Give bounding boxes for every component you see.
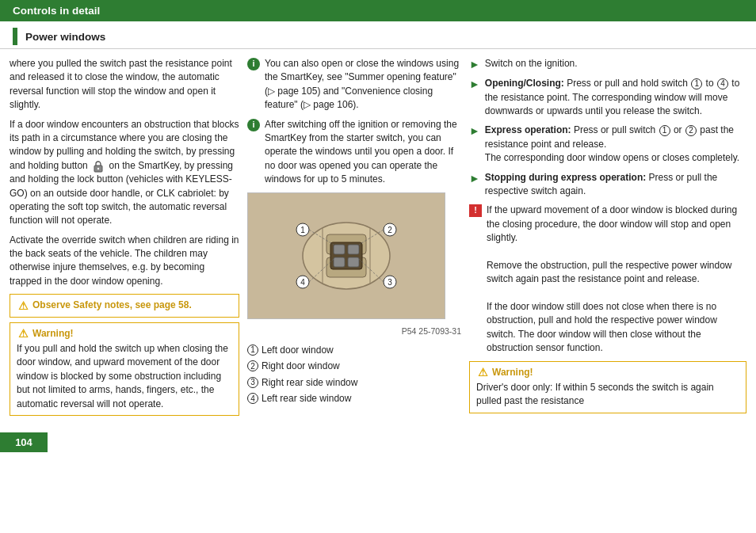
info-text-3: If the upward movement of a door window … bbox=[487, 204, 746, 355]
window-label-text-3: Right rear side window bbox=[262, 375, 357, 390]
info-text-1: You can also open or close the windows u… bbox=[265, 57, 461, 112]
info3-text: If the upward movement of a door window … bbox=[487, 204, 737, 243]
bullet-express: ► Express operation: Press or pull switc… bbox=[469, 124, 746, 165]
car-image-area: 1 2 3 4 bbox=[247, 192, 445, 319]
bullet-stopping-text: Stopping during express operation: Press… bbox=[485, 171, 746, 199]
header-title: Controls in detail bbox=[13, 5, 100, 17]
cn-2: 2 bbox=[685, 125, 697, 136]
car-image-placeholder: 1 2 3 4 bbox=[248, 193, 445, 318]
warning-triangle-icon-right: ⚠ bbox=[476, 366, 489, 379]
warning-triangle-icon: ⚠ bbox=[17, 327, 29, 340]
num-circle-3: 3 bbox=[247, 377, 258, 388]
section-title-row: Power windows bbox=[0, 21, 756, 49]
section-title-bar bbox=[13, 28, 17, 45]
svg-text:3: 3 bbox=[388, 278, 392, 287]
col-mid: i You can also open or close the windows… bbox=[247, 57, 461, 413]
info-text-2: After switching off the ignition or remo… bbox=[265, 118, 461, 187]
page-number: 104 bbox=[0, 432, 48, 452]
warning-box-left: ⚠ Warning! If you pull and hold the swit… bbox=[10, 322, 239, 416]
img-caption: P54 25-7093-31 bbox=[247, 326, 461, 337]
svg-rect-11 bbox=[334, 257, 345, 267]
header-bar: Controls in detail bbox=[0, 0, 756, 21]
warning-text-left: If you pull and hold the switch up when … bbox=[17, 343, 228, 409]
bullet-express-text: Express operation: Press or pull switch … bbox=[485, 124, 746, 165]
arrow-icon-1: ► bbox=[469, 57, 480, 71]
bullet-opening-closing-text: Opening/Closing: Press or pull and hold … bbox=[485, 77, 746, 118]
info-block-3: ! If the upward movement of a door windo… bbox=[469, 204, 746, 355]
left-para3: Activate the override switch when childr… bbox=[10, 234, 239, 289]
warning-title-left: ⚠ Warning! bbox=[17, 327, 232, 341]
car-diagram-svg: 1 2 3 4 bbox=[251, 196, 441, 315]
lock-icon bbox=[92, 160, 105, 173]
observe-title: ⚠ Observe Safety notes, see page 58. bbox=[17, 299, 232, 312]
exclaim-icon: ! bbox=[469, 204, 482, 217]
warning-text-right: Driver's door only: If within 5 seconds … bbox=[476, 382, 714, 406]
info3c-text: If the door window still does not close … bbox=[487, 301, 717, 353]
window-label-3: 3 Right rear side window bbox=[247, 375, 461, 390]
svg-text:1: 1 bbox=[300, 226, 305, 234]
svg-rect-9 bbox=[334, 245, 345, 254]
svg-text:2: 2 bbox=[388, 226, 392, 234]
info3b-text: Remove the obstruction, pull the respect… bbox=[487, 260, 732, 284]
arrow-icon-2: ► bbox=[469, 77, 480, 91]
opening-closing-title: Opening/Closing: bbox=[485, 78, 564, 89]
observe-title-text: Observe Safety notes, see page 58. bbox=[32, 299, 192, 312]
arrow-icon-4: ► bbox=[469, 171, 480, 185]
cn-1: 1 bbox=[691, 78, 702, 89]
num-circle-2: 2 bbox=[247, 360, 258, 371]
warning-title-right: ⚠ Warning! bbox=[476, 366, 739, 379]
cn-4: 4 bbox=[717, 78, 728, 89]
info-icon-2: i bbox=[247, 119, 260, 131]
cn-1b: 1 bbox=[659, 125, 670, 136]
bullet-opening-closing: ► Opening/Closing: Press or pull and hol… bbox=[469, 77, 746, 118]
window-label-text-1: Left door window bbox=[262, 342, 334, 358]
col-left: where you pulled the switch past the res… bbox=[10, 57, 239, 421]
warning-label-right: Warning! bbox=[492, 366, 533, 379]
footer-row: 104 bbox=[0, 432, 756, 452]
window-label-4: 4 Left rear side window bbox=[247, 390, 461, 406]
triangle-warn-icon: ⚠ bbox=[17, 299, 29, 312]
window-labels: 1 Left door window 2 Right door window 3… bbox=[247, 342, 461, 407]
arrow-icon-3: ► bbox=[469, 124, 480, 138]
svg-point-1 bbox=[97, 167, 99, 169]
warning-label-left: Warning! bbox=[32, 327, 74, 341]
info-block-1: i You can also open or close the windows… bbox=[247, 57, 461, 112]
bullet-ignition: ► Switch on the ignition. bbox=[469, 57, 746, 71]
main-content: where you pulled the switch past the res… bbox=[0, 49, 756, 429]
left-para1: where you pulled the switch past the res… bbox=[10, 57, 239, 112]
info-icon-1: i bbox=[247, 58, 260, 70]
svg-rect-12 bbox=[348, 257, 359, 267]
col-right: ► Switch on the ignition. ► Opening/Clos… bbox=[469, 57, 746, 413]
warning-box-right: ⚠ Warning! Driver's door only: If within… bbox=[469, 361, 746, 413]
window-label-text-2: Right door window bbox=[262, 358, 340, 374]
left-para2: If a door window encounters an obstructi… bbox=[10, 118, 239, 228]
bullet-ignition-text: Switch on the ignition. bbox=[485, 57, 746, 70]
observe-box: ⚠ Observe Safety notes, see page 58. bbox=[10, 294, 239, 317]
info-block-2: i After switching off the ignition or re… bbox=[247, 118, 461, 187]
bullet-stopping: ► Stopping during express operation: Pre… bbox=[469, 171, 746, 199]
svg-rect-10 bbox=[348, 245, 359, 254]
num-circle-1: 1 bbox=[247, 345, 258, 356]
express-title: Express operation: bbox=[485, 124, 571, 135]
num-circle-4: 4 bbox=[247, 393, 258, 404]
window-label-text-4: Left rear side window bbox=[262, 390, 351, 406]
window-label-2: 2 Right door window bbox=[247, 358, 461, 374]
window-label-1: 1 Left door window bbox=[247, 342, 461, 358]
section-title: Power windows bbox=[25, 31, 105, 43]
stopping-title: Stopping during express operation: bbox=[485, 172, 646, 183]
svg-text:4: 4 bbox=[300, 278, 305, 287]
